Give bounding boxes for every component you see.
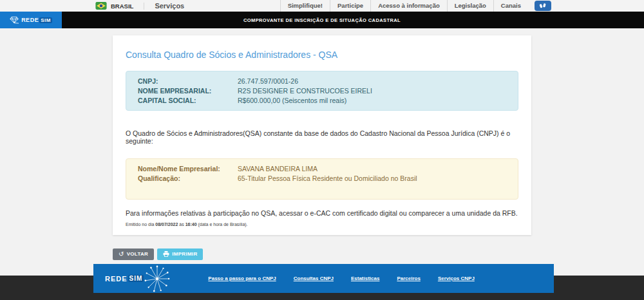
topbar-divider (144, 3, 144, 10)
action-buttons-row: ↺ VOLTAR IMPRIMIR (113, 248, 531, 260)
company-info-box: CNPJ: 26.747.597/0001-26 NOME EMPRESARIA… (126, 71, 518, 111)
topbar-link-legislacao[interactable]: Legislação (447, 0, 493, 12)
footer-redesim-logo[interactable]: REDESIM (105, 265, 171, 293)
topbar-link-acesso-informacao[interactable]: Acesso à informação (370, 0, 447, 12)
nome-label: Nome/Nome Empresarial: (138, 164, 238, 174)
topbar-link-simplifique[interactable]: Simplifique! (280, 0, 330, 12)
capital-social-value: R$600.000,00 (Seiscentos mil reais) (238, 96, 346, 106)
qsa-member-box: Nome/Nome Empresarial: SAVANA BANDEIRA L… (126, 158, 518, 200)
footer-link-passo-a-passo[interactable]: Passo a passo para o CNPJ (208, 276, 276, 281)
undo-icon: ↺ (118, 252, 124, 257)
capital-social-label: CAPITAL SOCIAL: (138, 96, 238, 106)
emission-date: 08/07/2022 (155, 222, 178, 227)
footer-link-parceiros[interactable]: Parceiros (397, 276, 420, 281)
footer-link-consultas-cnpj[interactable]: Consultas CNPJ (294, 276, 334, 281)
footer-link-servicos-cnpj[interactable]: Serviços CNPJ (438, 276, 475, 281)
page-header-title: COMPROVANTE DE INSCRIÇÃO E DE SITUAÇÃO C… (243, 17, 401, 23)
page-body: Consulta Quadro de Sócios e Administrado… (0, 28, 644, 260)
footer: REDESIM Passo a passo para o CNPJ Consul… (93, 264, 554, 293)
brasil-label: BRASIL (111, 3, 133, 10)
nome-empresarial-label: NOME EMPRESARIAL: (138, 86, 238, 96)
info-row-nome: Nome/Nome Empresarial: SAVANA BANDEIRA L… (138, 164, 506, 174)
vlibras-accessibility-icon[interactable] (535, 1, 551, 11)
footer-nav: Passo a passo para o CNPJ Consultas CNPJ… (208, 276, 474, 281)
topbar-link-canais[interactable]: Canais (493, 0, 528, 12)
info-row-cnpj: CNPJ: 26.747.597/0001-26 (138, 77, 506, 86)
gov-topbar: BRASIL Serviços Simplifique! Participe A… (0, 0, 644, 12)
info-row-nome-empresarial: NOME EMPRESARIAL: R2S DESIGNER E CONSTRU… (138, 86, 506, 96)
footer-link-estatisticas[interactable]: Estatísticas (351, 276, 379, 281)
nome-empresarial-value: R2S DESIGNER E CONSTRUCOES EIRELI (238, 86, 372, 96)
qsa-outro-text: Para informações relativas à participaçã… (126, 209, 518, 217)
starburst-icon (144, 265, 171, 293)
emission-time: 16:40 (185, 222, 197, 227)
info-row-qualificacao: Qualificação: 65-Titular Pessoa Física R… (138, 174, 506, 183)
brazil-flag-icon (95, 2, 107, 10)
imprimir-button[interactable]: IMPRIMIR (157, 248, 203, 260)
redesim-logo-text: REDESIM (21, 17, 52, 23)
qsa-card: Consulta Quadro de Sócios e Administrado… (113, 35, 531, 235)
cnpj-label: CNPJ: (138, 77, 238, 86)
topbar-link-participe[interactable]: Participe (330, 0, 370, 12)
cnpj-value: 26.747.597/0001-26 (238, 77, 298, 86)
topbar-servicos-link[interactable]: Serviços (155, 2, 184, 10)
redesim-logo[interactable]: REDESIM (0, 12, 62, 28)
info-row-capital-social: CAPITAL SOCIAL: R$600.000,00 (Seiscentos… (138, 96, 506, 106)
nome-value: SAVANA BANDEIRA LIMA (238, 164, 317, 174)
emission-timestamp: Emitido no dia 08/07/2022 às 16:40 (data… (126, 222, 518, 227)
qualificacao-label: Qualificação: (138, 174, 238, 183)
header-bar: REDESIM COMPROVANTE DE INSCRIÇÃO E DE SI… (0, 12, 644, 28)
printer-icon (163, 251, 169, 257)
qualificacao-value: 65-Titular Pessoa Física Residente ou Do… (238, 174, 417, 183)
gem-icon (10, 16, 19, 24)
card-title: Consulta Quadro de Sócios e Administrado… (126, 50, 518, 60)
footer-logo-text: REDESIM (105, 275, 144, 283)
voltar-button[interactable]: ↺ VOLTAR (113, 248, 154, 260)
qsa-intro-text: O Quadro de Sócios e Administradores(QSA… (126, 129, 518, 145)
